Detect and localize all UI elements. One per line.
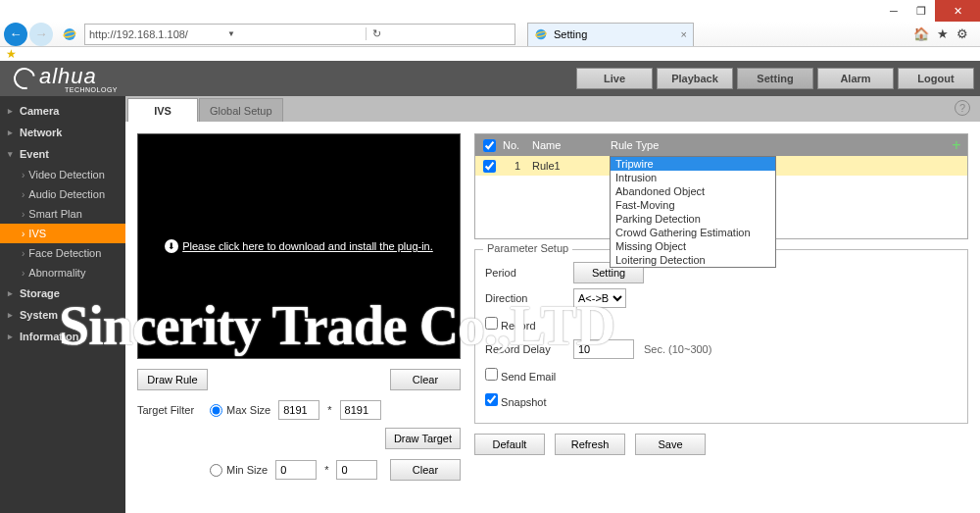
- logo-sub: TECHNOLOGY: [65, 86, 118, 93]
- parameter-setup-group: Parameter Setup Period Setting Direction…: [474, 249, 968, 424]
- tab-global-setup[interactable]: Global Setup: [199, 98, 283, 122]
- min-width-input[interactable]: [275, 460, 317, 480]
- rule-col-type: Rule Type: [611, 139, 946, 151]
- sidebar-item-network[interactable]: Network: [0, 122, 125, 143]
- help-icon[interactable]: ?: [955, 100, 970, 116]
- sidebar-item-video-detection[interactable]: Video Detection: [0, 165, 125, 184]
- sidebar-item-information[interactable]: Information: [0, 326, 125, 347]
- sidebar-item-audio-detection[interactable]: Audio Detection: [0, 184, 125, 204]
- draw-target-button[interactable]: Draw Target: [385, 428, 461, 449]
- address-bar[interactable]: http://192.168.1.108/ ▼ ↻: [84, 24, 515, 45]
- nav-live[interactable]: Live: [576, 68, 653, 89]
- plugin-download-link[interactable]: Please click here to download and instal…: [165, 239, 433, 253]
- logo-ring-icon: [10, 64, 39, 93]
- send-email-checkbox[interactable]: Send Email: [485, 368, 556, 383]
- sidebar-item-ivs[interactable]: IVS: [0, 224, 125, 243]
- ivs-panel: Please click here to download and instal…: [125, 122, 980, 513]
- sidebar-item-storage[interactable]: Storage: [0, 282, 125, 304]
- sidebar-item-face-detection[interactable]: Face Detection: [0, 243, 125, 263]
- direction-label: Direction: [485, 292, 564, 304]
- favorites-icon[interactable]: ★: [937, 26, 949, 41]
- sidebar-item-system[interactable]: System: [0, 304, 125, 326]
- refresh-button[interactable]: Refresh: [555, 434, 625, 455]
- rule-col-no: No.: [503, 139, 532, 151]
- clear-rule-button[interactable]: Clear: [390, 369, 461, 390]
- default-button[interactable]: Default: [474, 434, 545, 455]
- sidebar-item-camera[interactable]: Camera: [0, 100, 125, 122]
- nav-logout[interactable]: Logout: [898, 68, 974, 89]
- bottom-buttons: Default Refresh Save: [474, 434, 968, 455]
- nav-alarm[interactable]: Alarm: [817, 68, 894, 89]
- url-dropdown-icon[interactable]: ▼: [223, 29, 366, 38]
- dropdown-option[interactable]: Crowd Gathering Estimation: [611, 226, 775, 239]
- forward-button[interactable]: →: [29, 23, 53, 46]
- draw-rule-row: Draw Rule Clear: [137, 369, 461, 390]
- home-icon[interactable]: 🏠: [913, 26, 929, 41]
- direction-select[interactable]: A<->B: [573, 288, 626, 308]
- record-delay-input[interactable]: [573, 339, 634, 359]
- window-controls: ─ ❐ ✕: [0, 0, 980, 22]
- period-label: Period: [485, 267, 564, 279]
- min-size-radio-input[interactable]: [210, 464, 222, 477]
- max-size-radio-input[interactable]: [210, 404, 222, 417]
- back-button[interactable]: ←: [4, 23, 27, 46]
- send-email-checkbox-input[interactable]: [485, 368, 498, 381]
- ie-icon: [61, 26, 78, 43]
- rule-row-name: Rule1: [532, 160, 611, 172]
- sidebar-item-smart-plan[interactable]: Smart Plan: [0, 204, 125, 224]
- browser-tab[interactable]: Setting ×: [527, 23, 694, 46]
- max-size-radio[interactable]: Max Size: [210, 404, 270, 417]
- target-filter-label: Target Filter: [137, 404, 202, 416]
- snapshot-checkbox-input[interactable]: [485, 393, 498, 406]
- minimize-button[interactable]: ─: [880, 0, 907, 22]
- tab-close-icon[interactable]: ×: [681, 28, 687, 40]
- tab-ivs[interactable]: IVS: [127, 98, 198, 122]
- rule-table-body: 1 Rule1 Tripwire Intrusion Abandoned Obj…: [475, 156, 967, 238]
- save-button[interactable]: Save: [635, 434, 706, 455]
- nav-playback[interactable]: Playback: [657, 68, 733, 89]
- video-preview: Please click here to download and instal…: [137, 133, 461, 359]
- brand-logo: alhua TECHNOLOGY: [14, 64, 118, 93]
- dropdown-option[interactable]: Abandoned Object: [611, 184, 775, 198]
- max-height-input[interactable]: [340, 400, 381, 420]
- record-delay-suffix: Sec. (10~300): [644, 343, 711, 355]
- snapshot-row: Snapshot: [485, 387, 957, 413]
- rule-row-checkbox[interactable]: [483, 160, 496, 173]
- dropdown-option[interactable]: Parking Detection: [611, 212, 775, 226]
- rule-col-name: Name: [532, 139, 611, 151]
- dropdown-option[interactable]: Missing Object: [611, 239, 775, 253]
- app-body: Camera Network Event Video Detection Aud…: [0, 96, 980, 513]
- rule-select-all-checkbox[interactable]: [483, 139, 496, 152]
- draw-rule-button[interactable]: Draw Rule: [137, 369, 208, 390]
- parameter-setup-legend: Parameter Setup: [483, 242, 572, 254]
- record-delay-row: Record Delay Sec. (10~300): [485, 336, 957, 362]
- min-size-row: Min Size * Clear: [137, 459, 461, 481]
- dropdown-option[interactable]: Loitering Detection: [611, 253, 775, 267]
- close-window-button[interactable]: ✕: [935, 0, 980, 22]
- browser-action-icons: 🏠 ★ ⚙: [913, 26, 976, 41]
- url-text: http://192.168.1.108/: [87, 28, 223, 40]
- maximize-button[interactable]: ❐: [907, 0, 935, 22]
- sidebar-item-event[interactable]: Event: [0, 143, 125, 165]
- record-checkbox-input[interactable]: [485, 317, 498, 330]
- tab-strip: Setting ×: [527, 23, 694, 46]
- min-height-input[interactable]: [336, 460, 377, 480]
- snapshot-checkbox[interactable]: Snapshot: [485, 393, 547, 408]
- logo-text: alhua: [39, 64, 97, 88]
- max-width-input[interactable]: [278, 400, 319, 420]
- dropdown-option[interactable]: Fast-Moving: [611, 198, 775, 212]
- min-size-radio[interactable]: Min Size: [210, 464, 268, 477]
- dropdown-option[interactable]: Intrusion: [611, 171, 775, 184]
- tools-icon[interactable]: ⚙: [956, 26, 968, 41]
- rule-type-dropdown[interactable]: Tripwire Intrusion Abandoned Object Fast…: [610, 156, 776, 268]
- nav-setting[interactable]: Setting: [737, 68, 813, 89]
- tab-title: Setting: [554, 28, 675, 40]
- record-checkbox[interactable]: Record: [485, 317, 536, 332]
- sidebar-item-abnormality[interactable]: Abnormality: [0, 263, 125, 282]
- dropdown-option[interactable]: Tripwire: [611, 157, 775, 171]
- clear-target-button[interactable]: Clear: [390, 459, 461, 481]
- favorite-star-icon[interactable]: ★: [6, 47, 17, 61]
- rule-table-header: No. Name Rule Type +: [475, 134, 967, 156]
- add-rule-icon[interactable]: +: [946, 136, 967, 154]
- refresh-icon[interactable]: ↻: [366, 27, 513, 40]
